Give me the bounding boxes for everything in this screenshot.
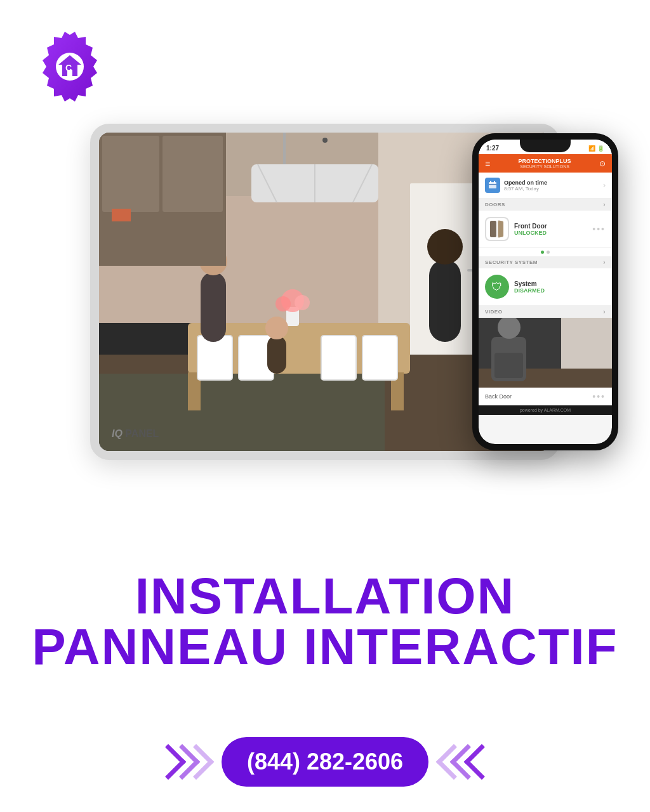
- system-name: System: [514, 280, 545, 287]
- phone-screen: 1:27 📶 🔋 ≡ PROTECTIONPLUS SECURITY SOLUT…: [479, 140, 612, 444]
- video-label: VIDEO: [485, 309, 502, 315]
- back-door-label: Back Door: [485, 393, 512, 400]
- calendar-icon: [488, 181, 497, 190]
- phone-device: 1:27 📶 🔋 ≡ PROTECTIONPLUS SECURITY SOLUT…: [472, 133, 618, 450]
- security-label: SECURITY SYSTEM: [485, 259, 538, 265]
- svg-rect-34: [99, 215, 226, 266]
- video-chevron: ›: [603, 308, 606, 315]
- logo-area: C: [32, 25, 108, 104]
- doors-label: DOORS: [485, 202, 505, 207]
- battery-icon: 🔋: [597, 145, 604, 152]
- back-door-options[interactable]: •••: [592, 391, 606, 402]
- svg-rect-35: [112, 209, 131, 221]
- system-row[interactable]: 🛡 System DISARMED: [479, 268, 612, 306]
- system-info: System DISARMED: [514, 280, 545, 294]
- phone-app-header: ≡ PROTECTIONPLUS SECURITY SOLUTIONS ⊙: [479, 154, 612, 173]
- svg-point-33: [265, 317, 288, 339]
- tablet-label: IQ PANEL: [112, 428, 159, 440]
- front-door-status: UNLOCKED: [514, 230, 547, 236]
- notif-text-group: Opened on time 8:57 AM, Today: [504, 180, 547, 192]
- door-panel-2: [498, 220, 503, 238]
- shield-icon: 🛡: [491, 280, 503, 294]
- settings-icon[interactable]: ⊙: [599, 159, 606, 168]
- tablet-label-panel: PANEL: [125, 428, 159, 439]
- phone-status-icons: 📶 🔋: [588, 145, 604, 152]
- notif-left: Opened on time 8:57 AM, Today: [485, 178, 547, 193]
- notif-subtitle: 8:57 AM, Today: [504, 186, 547, 192]
- phone-time: 1:27: [486, 145, 499, 152]
- svg-rect-24: [197, 336, 232, 380]
- security-section-label[interactable]: SECURITY SYSTEM ›: [479, 256, 612, 268]
- svg-point-29: [427, 229, 463, 265]
- door-icon: [485, 217, 509, 241]
- cta-phone-button[interactable]: (844) 282-2606: [222, 737, 428, 787]
- tablet-camera: [322, 138, 328, 143]
- svg-rect-9: [162, 136, 223, 212]
- right-arrows: [441, 749, 494, 775]
- phone-notch: [520, 140, 571, 152]
- devices-section: IQ PANEL 1:27 📶 🔋 ≡ PROTECTIONPLUS SECUR…: [19, 102, 631, 482]
- logo-icon: C: [32, 25, 108, 102]
- logo-letter: C: [65, 63, 72, 73]
- svg-rect-10: [283, 133, 286, 164]
- svg-rect-38: [494, 181, 495, 183]
- notification-row[interactable]: Opened on time 8:57 AM, Today ›: [479, 173, 612, 199]
- front-door-info: Front Door UNLOCKED: [514, 223, 547, 236]
- left-arrows: [156, 749, 209, 775]
- video-section-label[interactable]: VIDEO ›: [479, 306, 612, 318]
- notif-chevron: ›: [603, 181, 606, 190]
- svg-point-23: [295, 295, 310, 310]
- system-status: DISARMED: [514, 287, 545, 294]
- video-feed: [479, 318, 612, 388]
- svg-rect-39: [489, 184, 496, 185]
- brand-name: PROTECTIONPLUS: [519, 158, 571, 164]
- security-icon: 🛡: [485, 275, 509, 299]
- svg-rect-32: [267, 336, 286, 374]
- menu-icon[interactable]: ≡: [485, 159, 490, 169]
- cta-section: (844) 282-2606: [0, 737, 650, 787]
- tablet-label-iq: IQ: [112, 428, 123, 439]
- svg-rect-36: [489, 182, 496, 188]
- svg-rect-26: [321, 336, 356, 380]
- door-icon-inner: [490, 221, 504, 237]
- svg-rect-28: [429, 259, 461, 342]
- front-door-name: Front Door: [514, 223, 547, 230]
- brand-container: PROTECTIONPLUS SECURITY SOLUTIONS: [519, 158, 571, 169]
- door-panel-1: [490, 221, 496, 237]
- doors-section-label[interactable]: DOORS ›: [479, 199, 612, 211]
- notif-title: Opened on time: [504, 180, 547, 186]
- notif-icon: [485, 178, 500, 193]
- back-door-row[interactable]: Back Door •••: [479, 388, 612, 405]
- svg-rect-27: [362, 336, 397, 380]
- svg-rect-8: [102, 136, 159, 212]
- security-chevron: ›: [603, 259, 606, 266]
- brand-sub: SECURITY SOLUTIONS: [519, 164, 571, 169]
- door-options[interactable]: •••: [592, 224, 606, 234]
- main-title-line2: PANNEAU INTERACTIF: [13, 622, 637, 672]
- front-door-row[interactable]: Front Door UNLOCKED •••: [479, 211, 612, 248]
- dot-1: [541, 251, 544, 254]
- powered-by: powered by ALARM.COM: [479, 405, 612, 415]
- door-pagination: [479, 248, 612, 256]
- svg-rect-45: [494, 353, 523, 378]
- main-title-line1: INSTALLATION: [13, 571, 637, 622]
- dot-2: [547, 251, 550, 254]
- svg-point-22: [275, 296, 291, 311]
- svg-rect-37: [490, 181, 491, 183]
- doors-chevron: ›: [603, 201, 606, 208]
- video-svg: [479, 318, 612, 388]
- svg-rect-30: [201, 272, 226, 342]
- text-section: INSTALLATION PANNEAU INTERACTIF: [0, 558, 650, 685]
- wifi-icon: 📶: [588, 145, 595, 152]
